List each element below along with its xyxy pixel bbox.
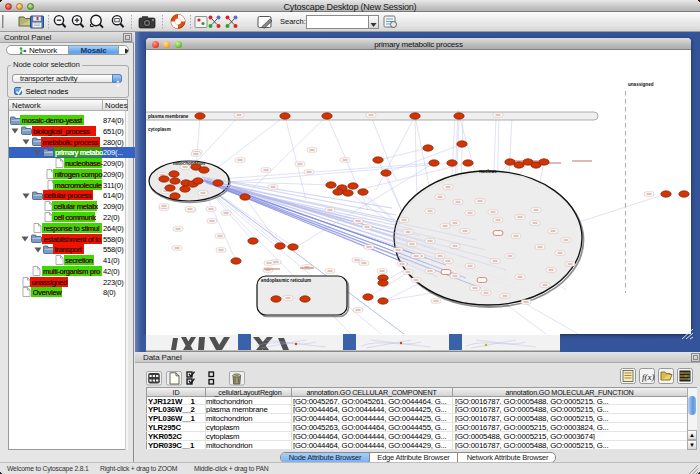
svg-text:nucleus: nucleus <box>479 169 497 174</box>
svg-text:plasma membrane: plasma membrane <box>148 114 189 119</box>
svg-text:f(x): f(x) <box>642 372 655 382</box>
svg-text:unassigned: unassigned <box>628 82 654 87</box>
svg-text:endoplasmic reticulum: endoplasmic reticulum <box>261 278 311 283</box>
svg-text:cytoplasm: cytoplasm <box>148 127 171 132</box>
